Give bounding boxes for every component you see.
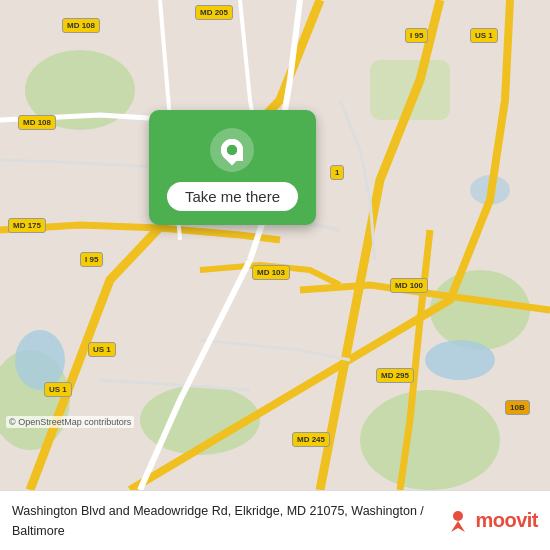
- road-label-10b: 10B: [505, 400, 530, 415]
- road-label-us1-bot: US 1: [88, 342, 116, 357]
- road-label-md205: MD 205: [195, 5, 233, 20]
- road-label-md175: MD 175: [8, 218, 46, 233]
- road-label-i95-mid: I 95: [80, 252, 103, 267]
- map-container: MD 108 MD 205 I 95 US 1 MD 108 1 MD 175 …: [0, 0, 550, 490]
- svg-point-10: [453, 511, 463, 521]
- take-me-there-button[interactable]: Take me there: [167, 182, 298, 211]
- svg-point-7: [425, 340, 495, 380]
- location-pin: [210, 128, 254, 172]
- svg-point-8: [15, 330, 65, 390]
- road-label-md245: MD 245: [292, 432, 330, 447]
- bottom-bar: Washington Blvd and Meadowridge Rd, Elkr…: [0, 490, 550, 550]
- road-label-md103: MD 103: [252, 265, 290, 280]
- road-label-md108-mid: MD 108: [18, 115, 56, 130]
- road-label-md295: MD 295: [376, 368, 414, 383]
- moovit-brand-text: moovit: [475, 509, 538, 532]
- road-label-i95-top: I 95: [405, 28, 428, 43]
- svg-point-5: [360, 390, 500, 490]
- osm-attribution: © OpenStreetMap contributors: [6, 416, 134, 428]
- road-label-us1-top: US 1: [470, 28, 498, 43]
- pin-icon: [217, 134, 248, 165]
- moovit-logo-icon: [445, 508, 471, 534]
- moovit-logo: moovit: [445, 508, 538, 534]
- road-label-md108-top: MD 108: [62, 18, 100, 33]
- road-label-md100: MD 100: [390, 278, 428, 293]
- map-popup: Take me there: [145, 110, 320, 225]
- road-label-us1-bot2: US 1: [44, 382, 72, 397]
- road-label-1: 1: [330, 165, 344, 180]
- svg-point-3: [430, 270, 530, 350]
- address-section: Washington Blvd and Meadowridge Rd, Elkr…: [12, 501, 445, 540]
- popup-box: Take me there: [149, 110, 316, 225]
- address-text: Washington Blvd and Meadowridge Rd, Elkr…: [12, 504, 424, 538]
